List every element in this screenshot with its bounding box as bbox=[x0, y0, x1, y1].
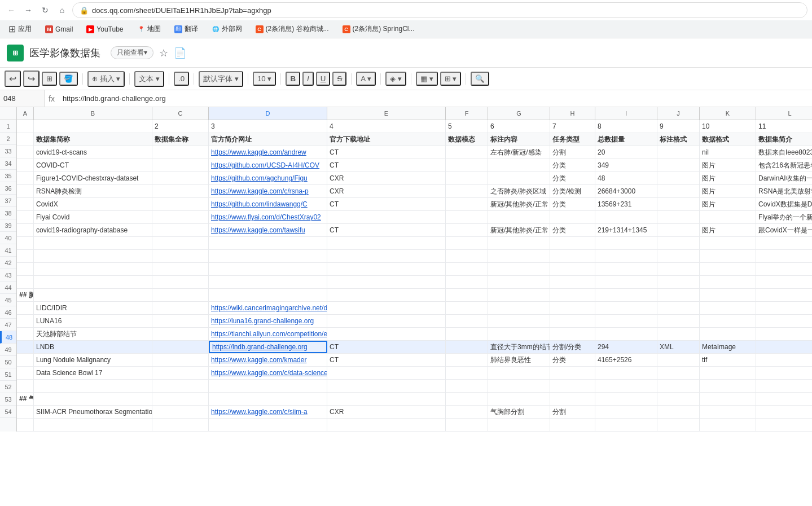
cell-43-c bbox=[152, 276, 209, 288]
cell-44-a: ## 肺结节 bbox=[17, 289, 34, 301]
name-box-input[interactable] bbox=[0, 90, 45, 107]
cell-37-l: CovidX数据集是Darwin/ bbox=[756, 198, 812, 210]
table-row: RSNA肺炎检测https://www.kaggle.com/c/rsna-pC… bbox=[17, 185, 812, 198]
cell-34-d[interactable]: https://github.com/UCSD-AI4H/COV bbox=[209, 159, 327, 171]
font-size-button[interactable]: 10 ▾ bbox=[253, 72, 276, 86]
underline-button[interactable]: U bbox=[316, 72, 331, 86]
bold-button[interactable]: B bbox=[286, 72, 300, 86]
cell-46-d[interactable]: https://luna16.grand-challenge.org bbox=[209, 315, 327, 327]
col-header-l[interactable]: L bbox=[756, 107, 812, 120]
cell-42-c bbox=[152, 263, 209, 275]
cell-53-d[interactable]: https://www.kaggle.com/c/siim-a bbox=[209, 406, 327, 418]
cell-33-d[interactable]: https://www.kaggle.com/andrew bbox=[209, 146, 327, 159]
cell-50-d[interactable]: https://www.kaggle.com/c/data-science-bo… bbox=[209, 367, 327, 379]
cell-51-b bbox=[34, 380, 152, 392]
cell-53-a bbox=[17, 406, 34, 418]
formula-bar-input[interactable] bbox=[58, 93, 812, 104]
col-header-b[interactable]: B bbox=[34, 107, 152, 120]
cell-38-d[interactable]: https://www.flyai.com/d/ChestXray02 bbox=[209, 211, 327, 223]
bookmark-gmail[interactable]: M Gmail bbox=[42, 24, 76, 34]
cell-49-g: 肺结界良恶性 bbox=[488, 354, 550, 366]
cell-36-d[interactable]: https://www.kaggle.com/c/rsna-p bbox=[209, 185, 327, 197]
strikethrough-button[interactable]: S bbox=[332, 72, 346, 86]
cell-44-l bbox=[756, 289, 812, 301]
sep6 bbox=[280, 73, 281, 85]
cell-2-a bbox=[17, 133, 34, 146]
highlight-button[interactable]: ◈ ▾ bbox=[385, 72, 406, 86]
formula-sep: fx bbox=[45, 94, 58, 103]
bookmark-translate[interactable]: 翻 翻译 bbox=[171, 23, 201, 35]
row-number-49: 49 bbox=[0, 344, 16, 356]
font-color-button[interactable]: A ▾ bbox=[356, 72, 376, 86]
cell-45-d[interactable]: https://wiki.cancerimagingarchive.net/di… bbox=[209, 302, 327, 314]
col-header-d[interactable]: D bbox=[209, 107, 327, 120]
col-header-k[interactable]: K bbox=[700, 107, 756, 120]
reload-button[interactable]: ↻ bbox=[38, 3, 52, 17]
cell-34-b: COVID-CT bbox=[34, 159, 152, 171]
col-header-i[interactable]: I bbox=[595, 107, 657, 120]
cell-37-c bbox=[152, 198, 209, 210]
row-number-45: 45 bbox=[0, 294, 16, 306]
cell-50-e bbox=[327, 367, 446, 379]
decimal-button[interactable]: .0 bbox=[174, 72, 189, 86]
forward-button[interactable]: → bbox=[21, 3, 35, 17]
borders-button[interactable]: ▦ ▾ bbox=[416, 72, 438, 86]
cell-46-j bbox=[657, 315, 700, 327]
print-button[interactable]: ⊞ bbox=[42, 72, 57, 86]
col-header-j[interactable]: J bbox=[657, 107, 700, 120]
cell-37-d[interactable]: https://github.com/lindawangg/C bbox=[209, 198, 327, 210]
col-header-h[interactable]: H bbox=[550, 107, 595, 120]
insert-button[interactable]: ⊕ 插入 ▾ bbox=[87, 71, 125, 87]
col-header-g[interactable]: G bbox=[488, 107, 550, 120]
star-icon[interactable]: ☆ bbox=[159, 47, 168, 59]
cell-47-i bbox=[595, 328, 657, 340]
cell-35-d[interactable]: https://github.com/agchung/Figu bbox=[209, 172, 327, 184]
redo-button[interactable]: ↪ bbox=[23, 71, 39, 87]
cell-43-h bbox=[550, 276, 595, 288]
cell-44-c bbox=[152, 289, 209, 301]
cell-49-d[interactable]: https://www.kaggle.com/kmader bbox=[209, 354, 327, 366]
cell-51-e bbox=[327, 380, 446, 392]
cell-48-g: 直径大于3mm的结节 bbox=[488, 341, 550, 353]
cell-47-d[interactable]: https://tianchi.aliyun.com/competition/e… bbox=[209, 328, 327, 340]
cell-45-h bbox=[550, 302, 595, 314]
paint-button[interactable]: 🪣 bbox=[59, 72, 78, 86]
cell-33-b: covid19-ct-scans bbox=[34, 146, 152, 159]
nav-bar: ← → ↻ ⌂ 🔒 docs.qq.com/sheet/DUElTaE1HR1h… bbox=[0, 0, 812, 20]
col-header-f[interactable]: F bbox=[446, 107, 488, 120]
bookmark-external[interactable]: 🌐 外部网 bbox=[208, 23, 245, 35]
row-number-38: 38 bbox=[0, 207, 16, 219]
cell-53-f bbox=[446, 406, 488, 418]
cell-48-d[interactable]: https://lndb.grand-challenge.org bbox=[209, 341, 327, 353]
bookmark-apps[interactable]: ⊞ 应用 bbox=[5, 23, 35, 35]
cell-47-e bbox=[327, 328, 446, 340]
view-only-button[interactable]: 只能查看▾ bbox=[111, 46, 153, 59]
cell-36-f bbox=[446, 185, 488, 197]
search-button[interactable]: 🔍 bbox=[471, 72, 489, 86]
row-number-41: 41 bbox=[0, 244, 16, 257]
cell-44-b bbox=[34, 289, 152, 301]
text-button[interactable]: 文本 ▾ bbox=[134, 71, 164, 87]
move-icon[interactable]: 📄 bbox=[174, 47, 186, 59]
cell-50-j bbox=[657, 367, 700, 379]
col-header-e[interactable]: E bbox=[327, 107, 446, 120]
url-bar[interactable]: 🔒 docs.qq.com/sheet/DUElTaE1HR1hJbEJp?ta… bbox=[72, 2, 807, 18]
cell-53-h: 分割 bbox=[550, 406, 595, 418]
cell-49-a bbox=[17, 354, 34, 366]
cell-53-l bbox=[756, 406, 812, 418]
cell-46-c bbox=[152, 315, 209, 327]
home-button[interactable]: ⌂ bbox=[55, 3, 69, 17]
bookmark-maps[interactable]: 📍 地图 bbox=[134, 23, 164, 35]
merge-button[interactable]: ⊞ ▾ bbox=[440, 72, 462, 86]
bookmark-spring[interactable]: C (2条消息) SpringCl... bbox=[339, 23, 418, 35]
italic-button[interactable]: I bbox=[302, 72, 314, 86]
col-header-c[interactable]: C bbox=[152, 107, 209, 120]
cell-39-d[interactable]: https://www.kaggle.com/tawsifu bbox=[209, 224, 327, 236]
back-button[interactable]: ← bbox=[5, 3, 18, 17]
font-button[interactable]: 默认字体 ▾ bbox=[199, 71, 243, 87]
undo-button[interactable]: ↩ bbox=[5, 71, 21, 87]
bookmark-youtube[interactable]: ▶ YouTube bbox=[83, 24, 126, 34]
cell-53-j bbox=[657, 406, 700, 418]
bookmark-grain[interactable]: C (2条消息) 谷粒商城... bbox=[252, 23, 332, 35]
col-header-a[interactable]: A bbox=[17, 107, 34, 120]
